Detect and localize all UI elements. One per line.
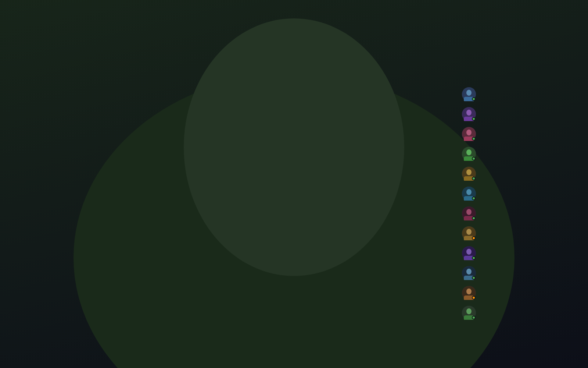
svg-point-61 <box>466 189 472 195</box>
svg-point-55 <box>466 149 472 155</box>
latest-news-card[interactable] <box>131 272 287 309</box>
main-layout: WORLD OF WARCRAFT SHADOWLANDS 🛒 Shop Wor… <box>0 54 588 368</box>
status-dot-flapjack <box>472 236 476 240</box>
svg-point-64 <box>466 209 472 215</box>
friend-avatar-icecold <box>462 266 476 280</box>
friend-avatar-enzo <box>462 206 476 220</box>
status-dot-charine <box>472 157 476 160</box>
friend-avatar-hinalover <box>462 246 476 260</box>
status-dot-justin <box>472 316 476 319</box>
svg-point-79 <box>466 308 472 314</box>
status-dot-ellgar <box>472 197 476 200</box>
friend-avatar-cynicalego <box>462 167 476 181</box>
friend-avatar-alakazoo <box>462 87 476 101</box>
friend-avatar-ellgar <box>462 187 476 201</box>
svg-point-39 <box>131 272 287 309</box>
friend-avatar-automaticjak <box>462 107 476 121</box>
main-content: ⏸ GAME UPDATE Castle Nathria Raid Finder… <box>125 54 456 368</box>
status-dot-inri <box>472 296 476 300</box>
bottom-sections: LATEST NEWS <box>131 263 450 309</box>
status-dot-enzo <box>472 216 476 220</box>
friend-avatar-inri <box>462 286 476 300</box>
friend-avatar-flapjack <box>462 226 476 240</box>
svg-point-67 <box>466 229 472 235</box>
svg-point-58 <box>466 169 472 175</box>
friend-avatar-charine <box>462 147 476 161</box>
friend-avatar-bastila <box>462 127 476 141</box>
svg-point-49 <box>466 110 472 116</box>
status-dot-cynicalego <box>472 177 476 180</box>
svg-point-76 <box>466 289 472 294</box>
svg-point-52 <box>466 130 472 135</box>
latest-news-section: LATEST NEWS <box>131 263 287 309</box>
status-dot-icecold <box>472 276 476 280</box>
status-dot-hinalover <box>472 256 476 260</box>
svg-point-46 <box>466 90 472 96</box>
svg-point-70 <box>466 249 472 255</box>
status-dot-bastila <box>472 137 476 141</box>
friend-avatar-justin <box>462 306 476 320</box>
svg-point-73 <box>466 269 472 275</box>
status-dot-automaticjak <box>472 117 476 121</box>
status-dot-alakazoo <box>472 97 476 101</box>
